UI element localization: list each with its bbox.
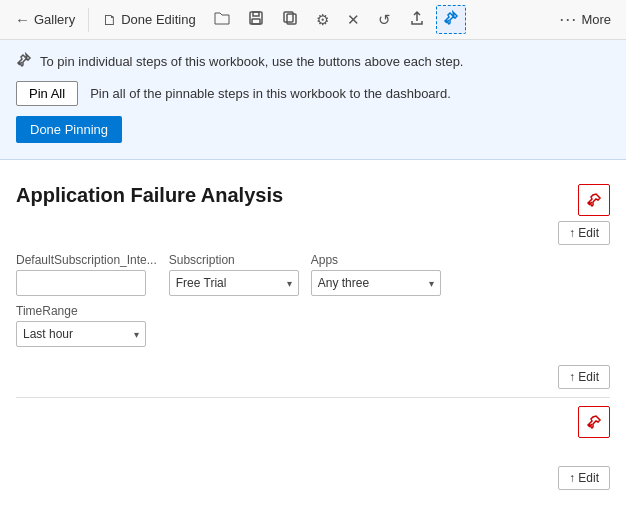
back-icon: ← bbox=[15, 11, 30, 28]
apps-value: Any three bbox=[318, 276, 369, 290]
gallery-button[interactable]: ← Gallery bbox=[8, 6, 82, 33]
section1-bottom-edit-button[interactable]: ↑ Edit bbox=[558, 365, 610, 389]
pin-toolbar-icon bbox=[443, 10, 459, 29]
pin-banner-icon bbox=[16, 52, 32, 71]
section1-title: Application Failure Analysis bbox=[16, 184, 610, 207]
done-editing-label: Done Editing bbox=[121, 12, 195, 27]
chevron-down-icon-3: ▾ bbox=[134, 329, 139, 340]
param-label-2: Apps bbox=[311, 253, 441, 267]
save-icon bbox=[248, 10, 264, 29]
chevron-down-icon-2: ▾ bbox=[429, 278, 434, 289]
pin-banner: To pin individual steps of this workbook… bbox=[0, 40, 626, 160]
share-icon bbox=[409, 10, 425, 29]
done-pinning-button[interactable]: Done Pinning bbox=[16, 116, 122, 143]
done-editing-button[interactable]: 🗋 Done Editing bbox=[95, 6, 202, 33]
share-button[interactable] bbox=[402, 5, 432, 34]
refresh-button[interactable]: ↺ bbox=[371, 6, 398, 34]
param-apps: Apps Any three ▾ bbox=[311, 253, 441, 296]
timerange-select[interactable]: Last hour ▾ bbox=[16, 321, 146, 347]
svg-rect-1 bbox=[253, 12, 259, 16]
params-row-1: DefaultSubscription_Inte... Subscription… bbox=[16, 253, 610, 296]
folder-icon bbox=[214, 10, 230, 29]
save-button[interactable] bbox=[241, 5, 271, 34]
section-1: Application Failure Analysis ↑ Edit Defa… bbox=[16, 184, 610, 355]
pin-instruction-text: To pin individual steps of this workbook… bbox=[40, 54, 463, 69]
param-default-subscription: DefaultSubscription_Inte... bbox=[16, 253, 157, 296]
section1-pin-button[interactable] bbox=[578, 184, 610, 216]
section2-edit-button[interactable]: ↑ Edit bbox=[558, 466, 610, 490]
settings-button[interactable]: ⚙ bbox=[309, 6, 336, 34]
param-label-1: Subscription bbox=[169, 253, 299, 267]
section-separator bbox=[16, 397, 610, 398]
close-icon: ✕ bbox=[347, 11, 360, 29]
section2-pin-button[interactable] bbox=[578, 406, 610, 438]
toolbar: ← Gallery 🗋 Done Editing ⚙ ✕ ↺ bbox=[0, 0, 626, 40]
section1-params: DefaultSubscription_Inte... Subscription… bbox=[16, 253, 610, 347]
folder-button[interactable] bbox=[207, 5, 237, 34]
done-pinning-row: Done Pinning bbox=[16, 116, 610, 143]
pin-icon-2 bbox=[586, 414, 602, 430]
copy-button[interactable] bbox=[275, 5, 305, 34]
pin-actions-row: Pin All Pin all of the pinnable steps in… bbox=[16, 81, 610, 106]
chevron-down-icon: ▾ bbox=[287, 278, 292, 289]
subscription-select[interactable]: Free Trial ▾ bbox=[169, 270, 299, 296]
subscription-input[interactable] bbox=[16, 270, 146, 296]
gear-icon: ⚙ bbox=[316, 11, 329, 29]
ellipsis-icon: ··· bbox=[559, 9, 577, 30]
subscription-value: Free Trial bbox=[176, 276, 227, 290]
copy-icon bbox=[282, 10, 298, 29]
page-icon: 🗋 bbox=[102, 11, 117, 28]
section-2 bbox=[16, 406, 610, 456]
section1-edit-button[interactable]: ↑ Edit bbox=[558, 221, 610, 245]
pin-instruction-row: To pin individual steps of this workbook… bbox=[16, 52, 610, 71]
param-timerange: TimeRange Last hour ▾ bbox=[16, 304, 146, 347]
pin-icon bbox=[586, 192, 602, 208]
apps-select[interactable]: Any three ▾ bbox=[311, 270, 441, 296]
gallery-label: Gallery bbox=[34, 12, 75, 27]
more-button[interactable]: ··· More bbox=[552, 4, 618, 35]
main-content: Application Failure Analysis ↑ Edit Defa… bbox=[0, 160, 626, 506]
more-label: More bbox=[581, 12, 611, 27]
more-section: ··· More bbox=[552, 4, 618, 35]
param-label-3: TimeRange bbox=[16, 304, 146, 318]
timerange-value: Last hour bbox=[23, 327, 73, 341]
close-button[interactable]: ✕ bbox=[340, 6, 367, 34]
pin-active-button[interactable] bbox=[436, 5, 466, 34]
svg-rect-2 bbox=[252, 19, 260, 24]
pin-all-desc: Pin all of the pinnable steps in this wo… bbox=[90, 86, 451, 101]
param-label-0: DefaultSubscription_Inte... bbox=[16, 253, 157, 267]
pin-all-button[interactable]: Pin All bbox=[16, 81, 78, 106]
refresh-icon: ↺ bbox=[378, 11, 391, 29]
params-row-2: TimeRange Last hour ▾ bbox=[16, 304, 610, 347]
param-subscription: Subscription Free Trial ▾ bbox=[169, 253, 299, 296]
toolbar-divider-1 bbox=[88, 8, 89, 32]
